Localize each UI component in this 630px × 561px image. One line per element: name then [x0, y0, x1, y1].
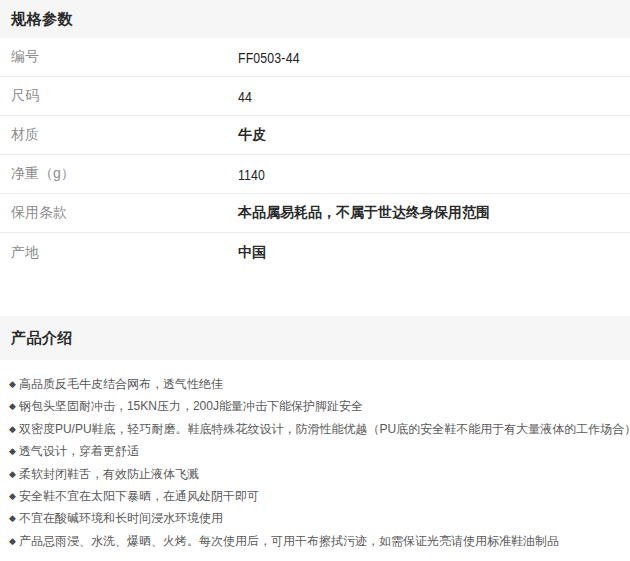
diamond-bullet-icon: ◆: [9, 419, 16, 440]
diamond-bullet-icon: ◆: [9, 508, 16, 529]
diamond-bullet-icon: ◆: [9, 396, 16, 417]
intro-list-item: ◆ 透气设计，穿着更舒适: [9, 441, 618, 463]
section-gap: [0, 272, 630, 316]
diamond-bullet-icon: ◆: [9, 441, 16, 462]
intro-item-text: 高品质反毛牛皮结合网布，透气性绝佳: [19, 374, 223, 395]
spec-value: 牛皮: [238, 126, 266, 144]
spec-section-title: 规格参数: [11, 10, 73, 29]
spec-row-origin: 产地 中国: [0, 233, 630, 272]
spec-value: 1140: [238, 166, 265, 183]
product-detail-page: 规格参数 编号 FF0503-44 尺码 44 材质 牛皮 净重（g） 1140…: [0, 0, 630, 561]
spec-value: 44: [238, 88, 252, 105]
intro-item-text: 透气设计，穿着更舒适: [19, 441, 139, 462]
intro-list-item: ◆ 安全鞋不宜在太阳下暴晒，在通风处阴干即可: [9, 486, 618, 508]
spec-row-size: 尺码 44: [0, 77, 630, 116]
intro-list-item: ◆ 双密度PU/PU鞋底，轻巧耐磨。鞋底特殊花纹设计，防滑性能优越（PU底的安全…: [9, 419, 618, 441]
intro-list-item: ◆ 钢包头坚固耐冲击，15KN压力，200J能量冲击下能保护脚趾安全: [9, 396, 618, 418]
intro-item-text: 钢包头坚固耐冲击，15KN压力，200J能量冲击下能保护脚趾安全: [19, 396, 363, 417]
intro-item-text: 安全鞋不宜在太阳下暴晒，在通风处阴干即可: [19, 486, 259, 507]
spec-label: 编号: [0, 48, 238, 66]
spec-row-material: 材质 牛皮: [0, 116, 630, 155]
intro-item-text: 柔软封闭鞋舌，有效防止液体飞溅: [19, 464, 199, 485]
intro-list-item: ◆ 高品质反毛牛皮结合网布，透气性绝佳: [9, 374, 618, 396]
diamond-bullet-icon: ◆: [9, 531, 16, 552]
intro-list: ◆ 高品质反毛牛皮结合网布，透气性绝佳 ◆ 钢包头坚固耐冲击，15KN压力，20…: [0, 360, 630, 553]
diamond-bullet-icon: ◆: [9, 374, 16, 395]
diamond-bullet-icon: ◆: [9, 486, 16, 507]
intro-section-title: 产品介绍: [11, 329, 73, 348]
spec-value: FF0503-44: [238, 49, 300, 66]
spec-value: 本品属易耗品，不属于世达终身保用范围: [238, 204, 490, 222]
intro-section-header: 产品介绍: [0, 316, 630, 360]
intro-item-text: 产品忌雨浸、水洗、爆晒、火烤。每次使用后，可用干布擦拭污迹，如需保证光亮请使用标…: [19, 531, 559, 552]
intro-item-text: 双密度PU/PU鞋底，轻巧耐磨。鞋底特殊花纹设计，防滑性能优越（PU底的安全鞋不…: [19, 419, 630, 440]
spec-table: 编号 FF0503-44 尺码 44 材质 牛皮 净重（g） 1140 保用条款…: [0, 38, 630, 272]
spec-label: 材质: [0, 126, 238, 144]
diamond-bullet-icon: ◆: [9, 464, 16, 485]
spec-row-weight: 净重（g） 1140: [0, 155, 630, 194]
spec-label: 净重（g）: [0, 165, 238, 183]
spec-label: 产地: [0, 244, 238, 262]
intro-list-item: ◆ 不宜在酸碱环境和长时间浸水环境使用: [9, 508, 618, 530]
spec-value: 中国: [238, 244, 266, 262]
intro-item-text: 不宜在酸碱环境和长时间浸水环境使用: [19, 508, 223, 529]
spec-row-warranty: 保用条款 本品属易耗品，不属于世达终身保用范围: [0, 194, 630, 233]
intro-list-item: ◆ 产品忌雨浸、水洗、爆晒、火烤。每次使用后，可用干布擦拭污迹，如需保证光亮请使…: [9, 531, 618, 553]
spec-row-code: 编号 FF0503-44: [0, 38, 630, 77]
intro-list-item: ◆ 柔软封闭鞋舌，有效防止液体飞溅: [9, 464, 618, 486]
spec-section-header: 规格参数: [0, 0, 630, 38]
spec-label: 尺码: [0, 87, 238, 105]
spec-label: 保用条款: [0, 204, 238, 222]
